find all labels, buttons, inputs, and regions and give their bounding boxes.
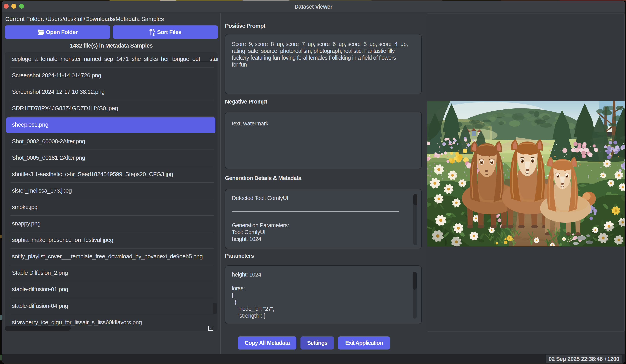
svg-text:Z: Z: [153, 33, 155, 36]
svg-text:A: A: [152, 29, 155, 33]
